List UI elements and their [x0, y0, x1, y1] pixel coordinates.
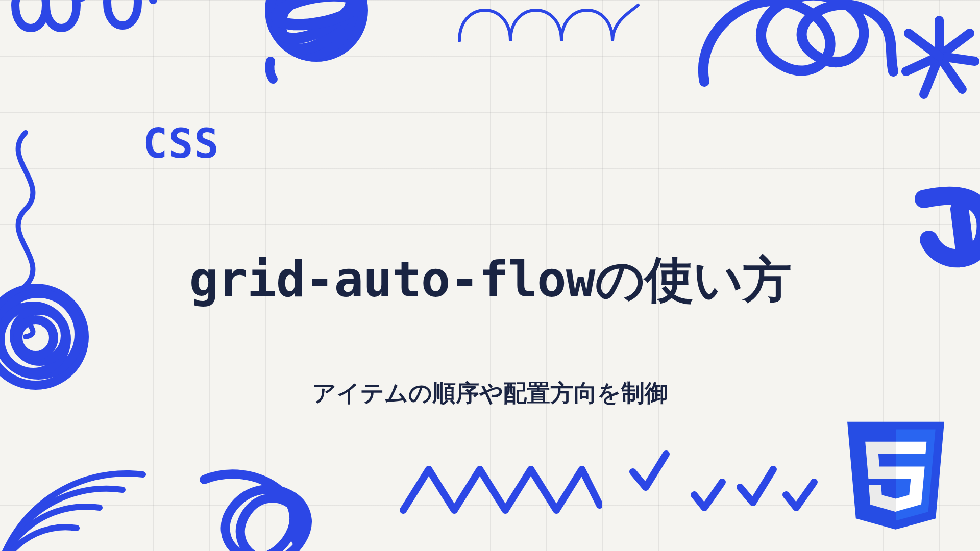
- page-title: grid-auto-flowの使い方: [189, 247, 791, 314]
- category-label: CSS: [143, 120, 220, 167]
- page-subtitle: アイテムの順序や配置方向を制御: [312, 378, 668, 409]
